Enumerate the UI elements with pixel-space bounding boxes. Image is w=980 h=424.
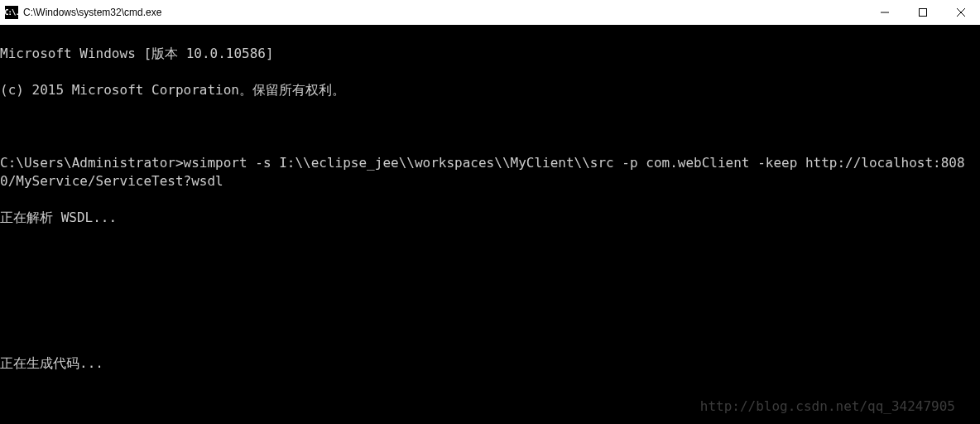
version-line: Microsoft Windows [版本 10.0.10586] (0, 45, 980, 63)
command-line: C:\Users\Administrator>wsimport -s I:\\e… (0, 154, 980, 190)
titlebar: C:\. C:\Windows\system32\cmd.exe (0, 0, 980, 25)
window-title: C:\Windows\system32\cmd.exe (23, 7, 161, 18)
minimize-button[interactable] (866, 0, 904, 25)
svg-rect-1 (920, 9, 927, 17)
cmd-icon: C:\. (5, 6, 18, 19)
status-generating: 正在生成代码... (0, 354, 980, 373)
blank (0, 282, 980, 300)
prompt: C:\Users\Administrator> (0, 155, 184, 171)
blank (0, 118, 980, 136)
blank (0, 318, 980, 336)
maximize-icon (919, 8, 927, 17)
close-button[interactable] (942, 0, 980, 25)
window-controls (866, 0, 980, 25)
copyright-line: (c) 2015 Microsoft Corporation。保留所有权利。 (0, 81, 980, 99)
terminal-output[interactable]: Microsoft Windows [版本 10.0.10586] (c) 20… (0, 25, 980, 424)
maximize-button[interactable] (904, 0, 942, 25)
status-parsing: 正在解析 WSDL... (0, 209, 980, 227)
blank (0, 391, 980, 409)
blank (0, 245, 980, 263)
close-icon (957, 8, 965, 17)
minimize-icon (881, 8, 889, 17)
